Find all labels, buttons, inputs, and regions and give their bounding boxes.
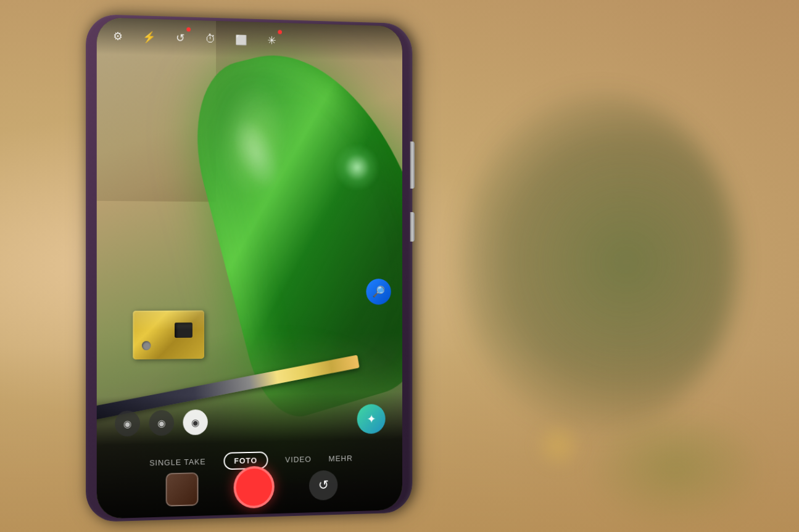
- filter-wide-icon: ◉: [123, 418, 132, 430]
- volume-button[interactable]: [410, 141, 415, 188]
- timer-icon: ⏱: [202, 30, 220, 48]
- filter-tele-button[interactable]: ◉: [183, 409, 208, 435]
- filter-wide-button[interactable]: ◉: [115, 411, 140, 436]
- camera-bottom-ui: ◉ ◉ ◉ ✦ SINGLE TAKE FOTO: [97, 392, 402, 519]
- sharpener-screw: [142, 341, 151, 350]
- rotate-icon-wrap[interactable]: ↺: [171, 28, 189, 47]
- phone: 🔎 ⚙ ⚡ ↺ ⏱: [31, 0, 418, 532]
- filter-zoom-row: ◉ ◉ ◉ ✦: [97, 404, 402, 440]
- timer-icon-wrap[interactable]: ⏱: [202, 30, 220, 48]
- flash-icon-wrap[interactable]: ⚡: [140, 28, 158, 46]
- effects-icon-wrap[interactable]: ✳: [263, 31, 280, 50]
- filter-mid-icon: ◉: [157, 417, 166, 429]
- rotate-red-dot: [186, 27, 191, 31]
- bokeh-blob: [534, 421, 583, 470]
- gallery-thumbnail[interactable]: [165, 472, 198, 506]
- camera-viewfinder[interactable]: 🔎 ⚙ ⚡ ↺ ⏱: [97, 17, 402, 519]
- ai-filter-button[interactable]: ✦: [357, 404, 386, 434]
- flash-icon: ⚡: [140, 28, 158, 46]
- ar-button[interactable]: 🔎: [366, 279, 391, 305]
- camera-icons-left: ⚙ ⚡ ↺ ⏱ ⬜ ✳: [109, 27, 280, 50]
- settings-icon: ⚙: [109, 27, 126, 46]
- effects-red-dot: [278, 30, 282, 35]
- mode-video[interactable]: VIDEO: [285, 455, 311, 465]
- pencil-sharpener: [133, 310, 204, 359]
- ai-filter-icon: ✦: [366, 412, 376, 426]
- effects-icon: ✳: [263, 31, 280, 50]
- shutter-row: ↺: [97, 462, 402, 512]
- power-button[interactable]: [410, 212, 415, 242]
- filter-tele-icon: ◉: [191, 417, 199, 428]
- aspect-ratio-icon-wrap[interactable]: ⬜: [233, 30, 250, 49]
- ar-icon: 🔎: [373, 285, 385, 298]
- flip-camera-button[interactable]: ↺: [308, 470, 337, 501]
- mode-single-take[interactable]: SINGLE TAKE: [149, 457, 205, 467]
- settings-icon-wrap[interactable]: ⚙: [109, 27, 126, 46]
- rotate-icon: ↺: [171, 28, 189, 47]
- mode-mehr[interactable]: MEHR: [329, 454, 353, 463]
- filter-mid-button[interactable]: ◉: [149, 410, 175, 436]
- flip-icon: ↺: [318, 478, 328, 494]
- shutter-button[interactable]: [233, 465, 274, 509]
- aspect-ratio-icon: ⬜: [233, 30, 250, 49]
- phone-screen: 🔎 ⚙ ⚡ ↺ ⏱: [97, 17, 402, 519]
